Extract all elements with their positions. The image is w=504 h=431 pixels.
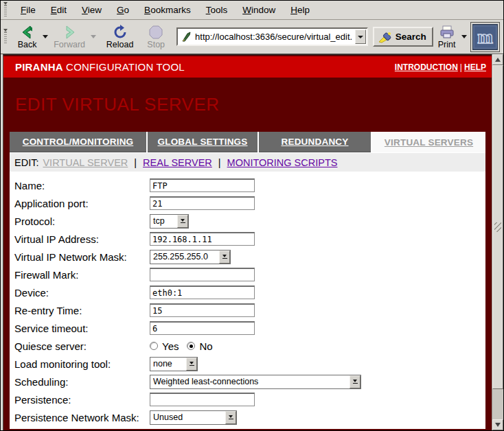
tab-control-monitoring[interactable]: CONTROL/MONITORING bbox=[10, 132, 146, 152]
bookmark-page-icon bbox=[181, 32, 193, 43]
persistence-mask-value: Unused bbox=[150, 412, 225, 422]
subnav-real-server-link[interactable]: REAL SERVER bbox=[143, 157, 212, 168]
menu-view[interactable]: View bbox=[74, 2, 109, 18]
quiesce-yes-radio[interactable] bbox=[150, 342, 158, 350]
edit-prefix: EDIT: bbox=[14, 157, 38, 168]
tab-redundancy[interactable]: REDUNDANCY bbox=[259, 132, 371, 152]
page-title-area: EDIT VIRTUAL SERVER bbox=[3, 78, 492, 132]
scrollbar-thumb[interactable] bbox=[492, 65, 503, 389]
url-input[interactable] bbox=[194, 29, 355, 45]
arrow-up-icon bbox=[495, 58, 501, 62]
reentry-time-label: Re-entry Time: bbox=[14, 305, 150, 316]
form-row-persistence-mask: Persistence Network Mask: Unused bbox=[14, 408, 485, 426]
mozilla-logo-icon: m bbox=[472, 24, 498, 50]
menu-tools[interactable]: Tools bbox=[198, 2, 236, 18]
tab-global-settings[interactable]: GLOBAL SETTINGS bbox=[148, 132, 257, 152]
scroll-down-button[interactable] bbox=[492, 419, 503, 430]
quiesce-server-label: Quiesce server: bbox=[14, 340, 150, 352]
forward-history-dropdown[interactable] bbox=[90, 27, 98, 47]
print-dropdown[interactable] bbox=[460, 27, 468, 47]
browser-window: File Edit View Go Bookmarks Tools Window… bbox=[0, 0, 504, 431]
search-flashlight-icon bbox=[378, 31, 393, 43]
dropdown-arrow-icon bbox=[177, 215, 188, 228]
scheduling-select[interactable]: Weighted least-connections bbox=[150, 375, 361, 389]
search-button[interactable]: Search bbox=[373, 27, 433, 47]
persistence-mask-label: Persistence Network Mask: bbox=[14, 412, 150, 423]
subnav-monitoring-scripts-link[interactable]: MONITORING SCRIPTS bbox=[227, 157, 338, 168]
introduction-link[interactable]: INTRODUCTION bbox=[395, 62, 458, 72]
device-field[interactable] bbox=[150, 286, 255, 299]
piranha-page: PIRANHA CONFIGURATION TOOL INTRODUCTION|… bbox=[3, 54, 492, 430]
page-title: EDIT VIRTUAL SERVER bbox=[15, 94, 220, 115]
form-row-reentry-time: Re-entry Time: bbox=[14, 301, 485, 319]
back-icon bbox=[19, 25, 36, 40]
dropdown-arrow-icon bbox=[225, 411, 236, 424]
config-panel: CONTROL/MONITORING GLOBAL SETTINGS REDUN… bbox=[10, 132, 485, 429]
subnav-separator: | bbox=[216, 157, 223, 168]
form-row-virtual-ip: Virtual IP Address: bbox=[14, 230, 485, 248]
reload-icon bbox=[112, 25, 128, 40]
piranha-header-bar: PIRANHA CONFIGURATION TOOL INTRODUCTION|… bbox=[3, 56, 492, 78]
url-dropdown-button[interactable] bbox=[355, 30, 366, 44]
menu-edit[interactable]: Edit bbox=[43, 2, 74, 18]
form-row-virtual-ip-mask: Virtual IP Network Mask: 255.255.255.0 bbox=[14, 248, 485, 266]
svg-text:m: m bbox=[477, 26, 493, 47]
name-label: Name: bbox=[14, 180, 150, 191]
chevron-down-icon bbox=[358, 36, 363, 38]
reentry-time-field[interactable] bbox=[150, 303, 255, 317]
virtual-ip-field[interactable] bbox=[150, 232, 255, 246]
back-history-dropdown[interactable] bbox=[42, 27, 49, 47]
quiesce-yes-label: Yes bbox=[162, 340, 179, 352]
form-row-name: Name: bbox=[14, 176, 485, 194]
subnav-separator: | bbox=[132, 157, 139, 168]
application-port-field[interactable] bbox=[150, 196, 255, 210]
stop-label: Stop bbox=[147, 40, 165, 49]
name-field[interactable] bbox=[150, 178, 255, 192]
thumb-grip-icon bbox=[494, 222, 501, 232]
form-row-firewall-mark: Firewall Mark: bbox=[14, 266, 485, 283]
url-bar bbox=[176, 27, 368, 46]
menu-window[interactable]: Window bbox=[235, 2, 283, 18]
dropdown-arrow-icon bbox=[186, 358, 197, 371]
tab-virtual-servers[interactable]: VIRTUAL SERVERS bbox=[372, 132, 485, 152]
form-row-protocol: Protocol: tcp bbox=[14, 212, 485, 230]
form-row-persistence: Persistence: bbox=[14, 391, 485, 408]
print-button[interactable]: Print bbox=[433, 23, 461, 51]
dropdown-arrow-icon bbox=[219, 251, 230, 264]
load-monitoring-select[interactable]: none bbox=[150, 357, 198, 371]
form-row-load-monitoring: Load monitoring tool: none bbox=[14, 355, 485, 373]
menu-file[interactable]: File bbox=[13, 2, 43, 18]
form-row-service-timeout: Service timeout: bbox=[14, 319, 485, 337]
forward-label: Forward bbox=[54, 40, 85, 49]
menu-go[interactable]: Go bbox=[109, 2, 137, 18]
forward-button[interactable]: Forward bbox=[49, 23, 90, 51]
device-label: Device: bbox=[14, 287, 150, 299]
firewall-mark-field[interactable] bbox=[150, 268, 255, 281]
throbber-button[interactable]: m bbox=[470, 22, 500, 52]
scrollbar-track[interactable] bbox=[492, 389, 503, 419]
toolbar-grippy[interactable] bbox=[3, 30, 9, 45]
protocol-select[interactable]: tcp bbox=[150, 214, 189, 229]
service-timeout-field[interactable] bbox=[150, 321, 255, 335]
menu-help[interactable]: Help bbox=[283, 2, 317, 18]
protocol-label: Protocol: bbox=[14, 216, 150, 227]
stop-button[interactable]: Stop bbox=[142, 23, 170, 51]
reload-label: Reload bbox=[106, 40, 134, 49]
help-link[interactable]: HELP bbox=[464, 62, 486, 72]
scroll-up-button[interactable] bbox=[492, 54, 503, 65]
stop-icon bbox=[148, 25, 164, 40]
quiesce-no-label: No bbox=[199, 340, 212, 352]
persistence-field[interactable] bbox=[150, 393, 255, 406]
firewall-mark-label: Firewall Mark: bbox=[14, 269, 150, 281]
persistence-mask-select[interactable]: Unused bbox=[150, 410, 237, 425]
quiesce-no-radio[interactable] bbox=[187, 342, 195, 350]
virtual-ip-mask-select[interactable]: 255.255.255.0 bbox=[150, 250, 231, 264]
app-title-bold: PIRANHA bbox=[15, 61, 63, 73]
reload-button[interactable]: Reload bbox=[102, 23, 139, 51]
back-button[interactable]: Back bbox=[13, 23, 42, 51]
application-port-label: Application port: bbox=[14, 198, 150, 209]
form-row-device: Device: bbox=[14, 283, 485, 301]
menu-bookmarks[interactable]: Bookmarks bbox=[137, 2, 198, 18]
menubar-grippy[interactable] bbox=[3, 3, 9, 18]
virtual-ip-mask-label: Virtual IP Network Mask: bbox=[14, 251, 150, 263]
